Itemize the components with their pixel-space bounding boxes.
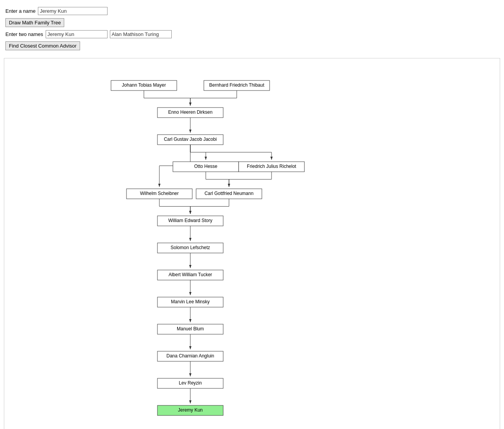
tree-container: Johann Tobias MayerBernhard Friedrich Th… bbox=[4, 58, 500, 429]
controls-panel: Enter a name Draw Math Family Tree Enter… bbox=[4, 4, 500, 56]
name1-input[interactable] bbox=[46, 30, 108, 38]
draw-button[interactable]: Draw Math Family Tree bbox=[5, 18, 64, 27]
svg-text:Lev Reyzin: Lev Reyzin bbox=[179, 380, 202, 386]
svg-text:Jeremy Kun: Jeremy Kun bbox=[178, 407, 202, 413]
svg-text:Enno Heeren Dirksen: Enno Heeren Dirksen bbox=[168, 109, 212, 115]
tree-node[interactable]: Solomon Lefschetz bbox=[157, 243, 223, 253]
tree-node[interactable]: Carl Gottfried Neumann bbox=[196, 189, 262, 199]
tree-node[interactable]: Otto Hesse bbox=[173, 162, 239, 172]
tree-node[interactable]: Jeremy Kun bbox=[157, 405, 223, 415]
svg-text:Otto Hesse: Otto Hesse bbox=[194, 164, 217, 169]
name-row: Enter a name bbox=[5, 7, 499, 15]
tree-node[interactable]: Enno Heeren Dirksen bbox=[157, 108, 223, 118]
svg-text:Bernhard Friedrich Thibaut: Bernhard Friedrich Thibaut bbox=[209, 82, 264, 88]
find-button[interactable]: Find Closest Common Advisor bbox=[5, 41, 80, 50]
find-button-row: Find Closest Common Advisor bbox=[5, 41, 499, 50]
tree-node[interactable]: Carl Gustav Jacob Jacobi bbox=[157, 135, 223, 145]
two-names-label: Enter two names bbox=[5, 31, 43, 37]
svg-text:Dana Charnian Angluin: Dana Charnian Angluin bbox=[166, 353, 214, 359]
svg-text:Friedrich Julius Richelot: Friedrich Julius Richelot bbox=[247, 164, 296, 169]
tree-node[interactable]: Albert William Tucker bbox=[157, 270, 223, 280]
name2-input[interactable] bbox=[110, 30, 172, 38]
svg-text:Carl Gottfried Neumann: Carl Gottfried Neumann bbox=[204, 191, 253, 196]
tree-node[interactable]: Bernhard Friedrich Thibaut bbox=[204, 80, 270, 91]
tree-node[interactable]: Wilhelm Scheibner bbox=[126, 189, 192, 199]
svg-text:Manuel Blum: Manuel Blum bbox=[176, 326, 203, 332]
two-names-row: Enter two names bbox=[5, 30, 499, 38]
svg-text:Johann Tobias Mayer: Johann Tobias Mayer bbox=[122, 82, 166, 88]
draw-button-row: Draw Math Family Tree bbox=[5, 18, 499, 27]
svg-text:Albert William Tucker: Albert William Tucker bbox=[168, 272, 212, 277]
svg-text:Solomon Lefschetz: Solomon Lefschetz bbox=[170, 245, 210, 250]
svg-text:William Edward Story: William Edward Story bbox=[168, 218, 212, 223]
tree-node[interactable]: Marvin Lee Minsky bbox=[157, 297, 223, 307]
name-label: Enter a name bbox=[5, 8, 36, 14]
tree-svg: Johann Tobias MayerBernhard Friedrich Th… bbox=[9, 62, 496, 429]
tree-node[interactable]: Dana Charnian Angluin bbox=[157, 351, 223, 361]
name-input[interactable] bbox=[38, 7, 108, 15]
tree-node[interactable]: William Edward Story bbox=[157, 216, 223, 226]
tree-node[interactable]: Manuel Blum bbox=[157, 324, 223, 334]
tree-node[interactable]: Lev Reyzin bbox=[157, 378, 223, 388]
svg-text:Marvin Lee Minsky: Marvin Lee Minsky bbox=[171, 299, 209, 304]
svg-text:Carl Gustav Jacob Jacobi: Carl Gustav Jacob Jacobi bbox=[164, 137, 217, 142]
tree-node[interactable]: Johann Tobias Mayer bbox=[111, 80, 177, 91]
svg-text:Wilhelm Scheibner: Wilhelm Scheibner bbox=[140, 191, 178, 196]
tree-node[interactable]: Friedrich Julius Richelot bbox=[239, 162, 304, 172]
